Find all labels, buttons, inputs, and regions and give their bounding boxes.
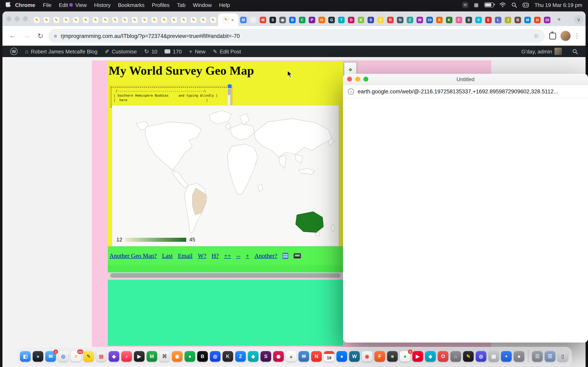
browser-tab[interactable]: E <box>484 14 493 26</box>
dock-icon-calendar[interactable]: 19 <box>324 351 334 362</box>
browser-tab[interactable]: B <box>513 14 523 26</box>
status-app-icon[interactable]: M <box>462 2 468 8</box>
menu-view[interactable]: View <box>72 2 90 8</box>
wp-new-menu[interactable]: + New <box>185 46 209 57</box>
browser-tab[interactable]: 10 <box>542 14 552 26</box>
dock-icon-app-gray[interactable]: ● <box>514 351 524 362</box>
control-center-icon[interactable] <box>523 3 529 7</box>
dock-icon-app-plus[interactable]: + <box>501 351 512 362</box>
browser-tab[interactable]: ✎ <box>61 14 71 26</box>
wifi-icon[interactable] <box>499 2 506 7</box>
menu-history[interactable]: History <box>90 2 114 8</box>
browser-tab[interactable]: C <box>297 14 307 26</box>
scrollbar-thumb[interactable] <box>110 273 341 278</box>
dock-icon-app-b[interactable]: B <box>197 351 208 362</box>
browser-tab[interactable]: P <box>307 14 317 26</box>
page-link[interactable]: H? <box>212 252 219 259</box>
browser-tab[interactable]: T <box>337 14 346 26</box>
browser-tab[interactable]: ✎ <box>91 14 100 26</box>
dock-icon-app-pink[interactable]: ◉ <box>273 351 284 362</box>
page-link[interactable]: -- <box>236 252 240 259</box>
browser-tab[interactable]: G <box>248 14 258 26</box>
menu-bookmarks[interactable]: Bookmarks <box>114 2 148 8</box>
browser-tab[interactable]: W <box>415 14 425 26</box>
browser-tab[interactable]: M <box>523 14 532 26</box>
page-link[interactable]: Another? <box>254 252 277 259</box>
page-link[interactable]: W? <box>198 252 207 259</box>
browser-tab[interactable]: ✎ <box>81 14 91 26</box>
dock-icon-downloads-folder[interactable]: ☰ <box>532 351 543 362</box>
dock-icon-slack[interactable]: S <box>260 351 271 362</box>
survey-textarea[interactable]: /---------------------------------------… <box>111 87 231 107</box>
browser-tab[interactable]: V <box>474 14 484 26</box>
wp-site-menu[interactable]: ⌂ Robert James Metcalfe Blog <box>21 46 101 57</box>
browser-tab[interactable]: ✎ <box>71 14 81 26</box>
minimize-window-button[interactable] <box>15 16 20 21</box>
browser-tab[interactable]: ✎ <box>159 14 169 26</box>
page-link[interactable]: + <box>246 252 249 259</box>
notebook-icon[interactable] <box>283 253 288 259</box>
dock-icon-photos[interactable]: ◉ <box>362 351 372 362</box>
dock-icon-chrome[interactable]: ●5 <box>400 351 410 362</box>
browser-tab[interactable]: S <box>366 14 376 26</box>
info-icon[interactable]: i <box>348 88 354 94</box>
page-link[interactable]: Another Geo Map? <box>109 252 157 259</box>
menu-edit[interactable]: Edit <box>55 2 72 8</box>
browser-tab[interactable]: S <box>464 14 474 26</box>
menu-window[interactable]: Window <box>189 2 216 8</box>
page-link[interactable]: Email <box>178 252 192 259</box>
window-controls[interactable] <box>7 11 28 26</box>
new-tab-button[interactable]: + <box>554 14 564 25</box>
wp-search-icon[interactable] <box>569 49 581 54</box>
untitled-titlebar[interactable]: Untitled <box>343 74 588 85</box>
browser-tab[interactable]: K <box>444 14 454 26</box>
dock-icon-wordpress[interactable]: W <box>349 351 360 362</box>
wp-edit-post-menu[interactable]: ✎ Edit Post <box>209 46 245 57</box>
browser-tab[interactable]: ✎ <box>169 14 179 26</box>
dock-icon-music[interactable]: ♪ <box>121 351 132 362</box>
dock-icon-trash[interactable]: ▯ <box>557 351 568 362</box>
menu-tab[interactable]: Tab <box>173 2 189 8</box>
dock-icon-opera[interactable]: O <box>438 351 448 362</box>
untitled-url-row[interactable]: i earth.google.com/web/@-2116.1972581353… <box>343 85 588 98</box>
active-tab[interactable]: ✎ × <box>218 13 238 26</box>
browser-menu-icon[interactable]: ⋮ <box>572 32 581 40</box>
textarea-scrollbar[interactable] <box>227 88 231 106</box>
dock-icon-podcasts[interactable]: ◆ <box>109 351 119 362</box>
browser-tab[interactable]: F <box>454 14 464 26</box>
browser-tab[interactable]: ✎ <box>199 14 208 26</box>
browser-tab[interactable]: ✎ <box>140 14 149 26</box>
dock-icon-app-light[interactable]: ▲ <box>286 351 296 362</box>
browser-tab[interactable]: ✎ <box>120 14 130 26</box>
dock-icon-app-blue[interactable]: ◎ <box>210 351 221 362</box>
spotlight-icon[interactable] <box>512 2 517 8</box>
menu-help[interactable]: Help <box>215 2 234 8</box>
close-window-button[interactable] <box>7 16 11 21</box>
browser-tab[interactable]: 10 <box>425 14 434 26</box>
dock-icon-zoom[interactable]: Z <box>235 351 246 362</box>
dock-icon-tv[interactable]: ▶ <box>134 351 145 362</box>
browser-tab[interactable]: U <box>532 14 542 26</box>
dock-icon-mail[interactable]: ✉3 <box>45 351 56 362</box>
dock-icon-firefox[interactable]: F <box>374 351 385 362</box>
dock-icon-news[interactable]: N <box>311 351 322 362</box>
menubar-app-name[interactable]: Chrome <box>11 2 39 8</box>
dock-icon-terminal[interactable]: ⌘ <box>159 351 170 362</box>
browser-tab[interactable]: G <box>327 14 337 26</box>
browser-tab[interactable]: ✎ <box>130 14 140 26</box>
browser-tab[interactable]: ✎ <box>179 14 189 26</box>
browser-tab[interactable]: K <box>356 14 366 26</box>
apple-menu-icon[interactable] <box>6 2 11 8</box>
laptop-icon[interactable] <box>294 253 301 258</box>
browser-tab[interactable]: J <box>503 14 513 26</box>
wp-logo-menu[interactable]: W <box>7 46 21 57</box>
menu-file[interactable]: File <box>39 2 55 8</box>
untitled-window[interactable]: Untitled i earth.google.com/web/@-2116.1… <box>343 74 588 342</box>
extensions-icon[interactable] <box>546 30 559 42</box>
browser-tab[interactable]: ✎ <box>208 14 218 26</box>
browser-tab[interactable]: ✎ <box>52 14 61 26</box>
browser-tab[interactable]: M <box>238 14 248 26</box>
browser-tab[interactable]: B <box>287 14 297 26</box>
dock-icon-settings[interactable]: ▤ <box>488 351 499 362</box>
page-link[interactable]: ++ <box>224 252 231 259</box>
